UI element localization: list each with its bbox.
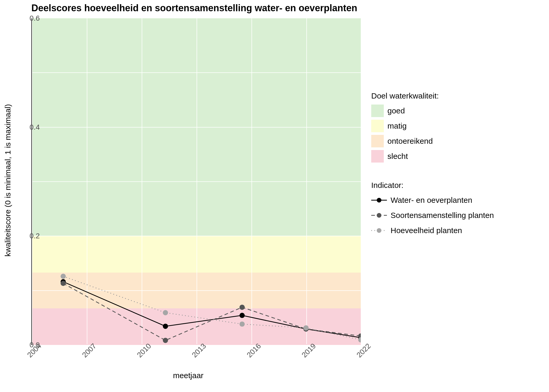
svg-point-1 — [377, 198, 381, 203]
legend-line-swatch — [371, 194, 387, 206]
legend-series-item: Hoeveelheid planten — [371, 224, 541, 237]
legend-band-item: ontoereikend — [371, 135, 541, 147]
y-tick-label: 0.2 — [19, 232, 40, 240]
gridline-v — [197, 18, 197, 344]
gridline-v — [142, 18, 142, 344]
legend-band-item: slecht — [371, 150, 541, 163]
gridline-v — [32, 18, 32, 344]
legend-series-item: Soortensamenstelling planten — [371, 209, 541, 222]
legend-band-item: matig — [371, 120, 541, 132]
legend-series-item: Water- en oeverplanten — [371, 194, 541, 206]
y-tick-label: 0.6 — [19, 14, 40, 22]
legend-swatch — [371, 120, 384, 132]
legend-series-label: Water- en oeverplanten — [391, 196, 472, 205]
gridline-v — [306, 18, 307, 344]
legend-series-label: Hoeveelheid planten — [391, 226, 462, 235]
legend-band-label: ontoereikend — [387, 137, 433, 146]
legend-band-label: matig — [387, 122, 407, 130]
gridline-v — [251, 18, 252, 344]
gridline-v — [87, 18, 87, 344]
legend-series-label: Soortensamenstelling planten — [391, 211, 494, 220]
legend-series-title: Indicator: — [371, 181, 541, 190]
legend-band-label: slecht — [387, 152, 408, 161]
plot-area — [31, 18, 361, 345]
legend-line-swatch — [371, 209, 387, 222]
legend-band-item: goed — [371, 105, 541, 117]
legend-series: Water- en oeverplantenSoortensamenstelli… — [371, 194, 541, 237]
legend-bands: goedmatigontoereikendslecht — [371, 105, 541, 163]
legend: Doel waterkwaliteit: goedmatigontoereike… — [371, 91, 541, 239]
chart-title: Deelscores hoeveelheid en soortensamenst… — [31, 3, 357, 14]
legend-swatch — [371, 150, 384, 163]
y-axis-label: kwaliteitscore (0 is minimaal, 1 is maxi… — [3, 104, 12, 256]
legend-swatch — [371, 135, 384, 147]
legend-swatch — [371, 105, 384, 117]
x-axis-label: meetjaar — [173, 371, 204, 380]
legend-bands-title: Doel waterkwaliteit: — [371, 91, 541, 100]
chart-container: Deelscores hoeveelheid en soortensamenst… — [0, 0, 549, 392]
legend-line-swatch — [371, 224, 387, 237]
svg-point-5 — [377, 228, 381, 233]
legend-band-label: goed — [387, 106, 405, 115]
gridline-v — [361, 18, 362, 344]
svg-point-3 — [377, 213, 381, 218]
y-tick-label: 0.4 — [19, 123, 40, 131]
